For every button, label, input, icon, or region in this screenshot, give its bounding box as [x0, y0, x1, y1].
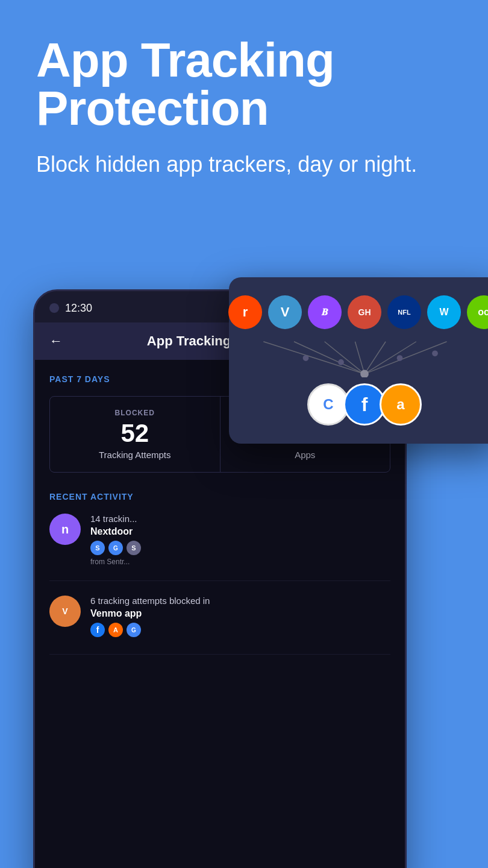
amazon-icon: a	[380, 383, 422, 426]
svg-line-0	[263, 342, 364, 374]
svg-line-6	[364, 342, 447, 374]
tracker-badge-fb: f	[90, 623, 105, 637]
tracker-badge-g2: G	[127, 623, 141, 637]
tracker-badge-g: G	[108, 541, 123, 555]
svg-point-8	[338, 359, 344, 365]
svg-point-11	[432, 350, 438, 356]
popup-top-icons: r V 𝑩 GH NFL W oo	[247, 295, 482, 329]
svg-point-9	[360, 370, 369, 377]
svg-line-4	[364, 342, 386, 374]
venmo-icon: V	[49, 596, 81, 627]
popup-bottom-icons: C f a	[247, 383, 482, 426]
letgo-icon: oo	[467, 295, 488, 329]
svg-line-2	[325, 342, 364, 374]
svg-point-7	[303, 355, 309, 361]
wish-icon: W	[427, 295, 461, 329]
blocked-desc: Tracking Attempts	[56, 450, 214, 460]
nfl-icon: NFL	[387, 295, 421, 329]
hero-section: App Tracking Protection Block hidden app…	[0, 0, 488, 203]
venmo-letter: V	[62, 606, 67, 616]
status-time: 12:30	[65, 302, 92, 315]
blocked-number: 52	[56, 421, 214, 446]
venmo-info: 6 tracking attempts blocked in Venmo app…	[90, 596, 390, 640]
svg-line-5	[364, 342, 416, 374]
hero-title: App Tracking Protection	[36, 36, 452, 133]
nextdoor-app-name: Nextdoor	[90, 526, 390, 537]
blocked-stat: BLOCKED 52 Tracking Attempts	[50, 397, 220, 472]
twitch-icon: 𝑩	[308, 295, 342, 329]
venmo-popup-icon: V	[268, 295, 302, 329]
nextdoor-from-text: from Sentr...	[90, 558, 390, 566]
svg-point-10	[397, 355, 403, 361]
nextdoor-tracking-text: 14 trackin...	[90, 514, 390, 524]
svg-line-3	[355, 342, 364, 374]
blocked-label: BLOCKED	[56, 409, 214, 417]
tracker-badge-a: A	[108, 623, 123, 637]
hero-subtitle: Block hidden app trackers, day or night.	[36, 151, 452, 179]
tracker-badge-s2: S	[127, 541, 141, 555]
venmo-app-name: Venmo app	[90, 608, 390, 619]
tracker-badge-s1: S	[90, 541, 105, 555]
back-button[interactable]: ←	[49, 333, 63, 349]
nextdoor-badges: S G S	[90, 541, 390, 555]
venmo-tracking-text: 6 tracking attempts blocked in	[90, 596, 390, 606]
gh-icon: GH	[348, 295, 381, 329]
activity-nextdoor: n 14 trackin... Nextdoor S G S from Sent…	[49, 514, 390, 581]
trackers-popup: r V 𝑩 GH NFL W oo C f a	[229, 277, 488, 444]
recent-activity-label: RECENT ACTIVITY	[49, 492, 390, 502]
activity-venmo: V 6 tracking attempts blocked in Venmo a…	[49, 596, 390, 655]
venmo-badges: f A G	[90, 623, 390, 637]
reddit-icon: r	[228, 295, 262, 329]
popup-converging-lines	[247, 341, 482, 377]
camera-icon	[49, 303, 59, 313]
nextdoor-info: 14 trackin... Nextdoor S G S from Sentr.…	[90, 514, 390, 566]
status-left: 12:30	[49, 302, 92, 315]
nextdoor-icon: n	[49, 514, 81, 545]
nextdoor-letter: n	[61, 523, 69, 536]
across-desc: Apps	[227, 450, 384, 460]
